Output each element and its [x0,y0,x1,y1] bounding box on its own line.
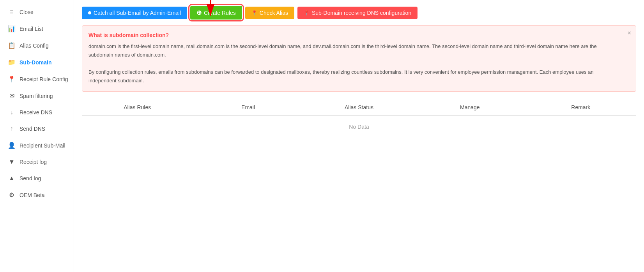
alias-config-icon: 📋 [8,42,16,49]
col-alias-status: Alias Status [304,100,414,116]
sidebar-item-email-list[interactable]: 📊Email List [0,20,74,37]
check-alias-button[interactable]: 📍 Check Alias [245,7,294,19]
receipt-log-icon: ▼ [8,158,16,165]
recipient-sub-mail-label: Recipient Sub-Mail [19,142,65,149]
table-header: Alias Rules Email Alias Status Manage Re… [82,100,636,116]
info-paragraph-2: By configuring collection rules, emails … [88,68,622,85]
info-paragraph-1: domain.com is the first-level domain nam… [88,42,622,59]
main-content: Catch all Sub-Email by Admin-Email ⊕ Cre… [74,0,644,272]
sidebar-item-oem-beta[interactable]: ⚙OEM Beta [0,187,74,203]
sidebar-item-alias-config[interactable]: 📋Alias Config [0,37,74,54]
pin-icon-red: 📍 [304,10,310,16]
col-remark: Remark [525,100,636,116]
sidebar-item-close[interactable]: ≡Close [0,4,74,20]
plus-icon: ⊕ [196,9,202,16]
toolbar: Catch all Sub-Email by Admin-Email ⊕ Cre… [82,6,636,20]
sidebar-item-receipt-log[interactable]: ▼Receipt log [0,154,74,170]
sidebar: ≡Close📊Email List📋Alias Config📁Sub-Domai… [0,0,74,272]
catch-all-button[interactable]: Catch all Sub-Email by Admin-Email [82,7,187,19]
spam-filtering-icon: ✉ [8,92,16,100]
send-dns-label: Send DNS [19,126,45,132]
send-log-icon: ▲ [8,175,16,182]
close-label: Close [19,9,34,15]
receive-dns-label: Receive DNS [19,109,52,116]
sidebar-item-send-log[interactable]: ▲Send log [0,170,74,187]
no-data-cell: No Data [82,116,636,138]
sub-domain-label: Sub-Domain [19,59,51,66]
create-rules-button[interactable]: ⊕ Create Rules [190,6,242,20]
sidebar-item-send-dns[interactable]: ↑Send DNS [0,121,74,137]
receive-dns-icon: ↓ [8,109,16,116]
col-manage: Manage [414,100,525,116]
receipt-rule-config-icon: 📍 [8,75,16,83]
info-box-close-button[interactable]: × [628,30,631,37]
col-email: Email [193,100,303,116]
email-list-label: Email List [19,26,43,32]
spam-filtering-label: Spam filtering [19,93,53,99]
send-dns-icon: ↑ [8,125,16,132]
oem-beta-label: OEM Beta [19,192,45,198]
recipient-sub-mail-icon: 👤 [8,142,16,149]
table-container: Alias Rules Email Alias Status Manage Re… [82,100,636,266]
sub-domain-icon: 📁 [8,59,16,66]
sidebar-item-sub-domain[interactable]: 📁Sub-Domain [0,54,74,71]
table-body: No Data [82,116,636,138]
info-box: What is subdomain collection? domain.com… [82,25,636,92]
sidebar-item-receipt-rule-config[interactable]: 📍Receipt Rule Config [0,71,74,87]
sub-domain-dns-button[interactable]: 📍 Sub-Domain receiving DNS configuration [297,7,418,19]
pin-icon-yellow: 📍 [251,10,257,16]
send-log-label: Send log [19,175,41,181]
alias-table: Alias Rules Email Alias Status Manage Re… [82,100,636,138]
sidebar-item-receive-dns[interactable]: ↓Receive DNS [0,104,74,121]
email-list-icon: 📊 [8,25,16,32]
dot-icon [88,11,91,14]
receipt-log-label: Receipt log [19,159,47,165]
receipt-rule-config-label: Receipt Rule Config [19,76,68,82]
info-box-title: What is subdomain collection? [88,32,622,38]
info-box-body: domain.com is the first-level domain nam… [88,42,622,85]
no-data-row: No Data [82,116,636,138]
sidebar-item-spam-filtering[interactable]: ✉Spam filtering [0,87,74,104]
alias-config-label: Alias Config [19,43,49,49]
sidebar-item-recipient-sub-mail[interactable]: 👤Recipient Sub-Mail [0,137,74,154]
col-alias-rules: Alias Rules [82,100,193,116]
close-icon: ≡ [8,9,16,16]
oem-beta-icon: ⚙ [8,191,16,199]
